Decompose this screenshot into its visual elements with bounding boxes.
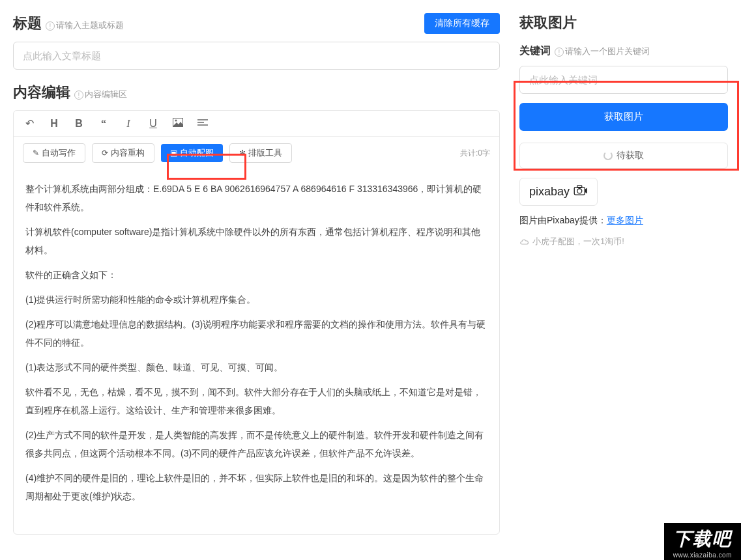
info-icon: !	[46, 21, 55, 31]
undo-icon[interactable]: ↶	[23, 117, 36, 130]
bold-icon[interactable]: B	[72, 118, 85, 130]
paragraph: 软件看不见，无色，枯燥，看不见，摸不到，闻不到。软件大部分存在于人们的头脑或纸上…	[25, 383, 487, 419]
paragraph: 计算机软件(computer software)是指计算机系统中除硬件以外的所有…	[25, 223, 487, 259]
camera-icon	[574, 185, 588, 199]
editor-container: ↶ H B “ I U ✎自动写作 ⟳内容重构 ▣自动配图 ✻排版工具 共计:0…	[13, 110, 500, 535]
align-icon[interactable]	[196, 118, 209, 130]
paragraph: (2)生产方式不同的软件是开发，是人类智能的高发挥，而不是传统意义上的硬件制造。…	[25, 426, 487, 462]
clear-cache-button[interactable]: 清除所有缓存	[424, 13, 500, 34]
italic-icon[interactable]: I	[122, 118, 135, 130]
article-title-input[interactable]	[13, 42, 500, 70]
format-toolbar: ↶ H B “ I U	[14, 111, 499, 137]
quote-icon[interactable]: “	[97, 118, 110, 130]
content-label: 内容编辑	[13, 83, 70, 102]
info-icon: !	[74, 91, 83, 100]
tip-line: 小虎子配图，一次1淘币!	[519, 236, 728, 247]
pending-button[interactable]: 待获取	[519, 143, 728, 169]
word-count: 共计:0字	[460, 148, 490, 159]
auto-image-button[interactable]: ▣自动配图	[161, 144, 223, 162]
watermark: 下载吧 www.xiazaiba.com	[664, 523, 741, 560]
more-images-link[interactable]: 更多图片	[607, 215, 643, 225]
underline-icon[interactable]: U	[147, 118, 160, 130]
paragraph: 软件的正确含义如下：	[25, 266, 487, 284]
get-image-button[interactable]: 获取图片	[519, 103, 728, 131]
paragraph: (4)维护不同的硬件是旧的，理论上软件是旧的，并不坏，但实际上软件也是旧的和坏的…	[25, 469, 487, 505]
auto-write-button[interactable]: ✎自动写作	[23, 143, 85, 163]
paragraph: (1)表达形式不同的硬件类型、颜色、味道、可见、可摸、可闻。	[25, 358, 487, 376]
refresh-icon: ⟳	[102, 148, 108, 158]
content-section-header: 内容编辑 !内容编辑区	[13, 83, 500, 102]
editor-content[interactable]: 整个计算机系统由两部分组成：E.69DA 5 E 6 BA 9062616964…	[14, 169, 499, 534]
cloud-icon	[519, 238, 530, 245]
info-icon: !	[555, 48, 564, 57]
restructure-button[interactable]: ⟳内容重构	[92, 143, 154, 163]
tool-icon: ✻	[239, 148, 246, 158]
pixabay-logo: pixabay	[519, 178, 598, 206]
credit-line: 图片由Pixabay提供：更多图片	[519, 215, 728, 227]
title-hint: !请输入主题或标题	[46, 20, 124, 31]
image-small-icon: ▣	[170, 148, 177, 158]
keyword-hint: !请输入一个图片关键词	[555, 46, 650, 57]
pencil-icon: ✎	[33, 148, 39, 158]
spinner-icon	[603, 151, 613, 160]
paragraph: (2)程序可以满意地处理信息的数据结构。(3)说明程序功能要求和程序需要的文档的…	[25, 315, 487, 352]
keyword-input[interactable]	[519, 66, 728, 94]
content-hint: !内容编辑区	[74, 89, 127, 100]
heading-icon[interactable]: H	[48, 118, 61, 130]
svg-point-1	[175, 119, 177, 121]
title-label: 标题	[13, 14, 42, 33]
paragraph: (1)提供运行时所需功能和性能的命令或计算机程序集合。	[25, 290, 487, 309]
get-image-title: 获取图片	[519, 13, 728, 33]
keyword-label: 关键词	[519, 44, 551, 58]
layout-tool-button[interactable]: ✻排版工具	[229, 143, 292, 163]
svg-rect-7	[577, 186, 582, 188]
image-icon[interactable]	[171, 118, 184, 130]
action-toolbar: ✎自动写作 ⟳内容重构 ▣自动配图 ✻排版工具 共计:0字	[14, 137, 499, 169]
svg-point-6	[577, 189, 582, 193]
paragraph: 整个计算机系统由两部分组成：E.69DA 5 E 6 BA 9062616964…	[25, 180, 487, 216]
title-section-header: 标题 !请输入主题或标题 清除所有缓存	[13, 13, 500, 34]
